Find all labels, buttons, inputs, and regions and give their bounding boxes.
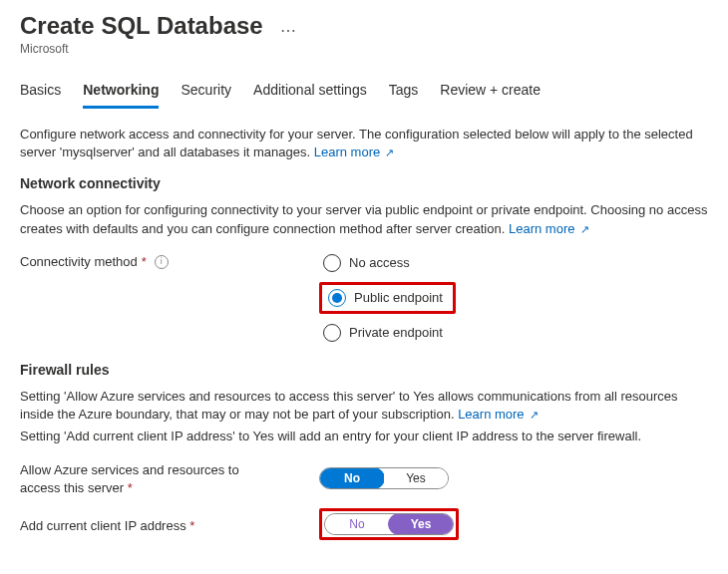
external-link-icon: ↗ bbox=[576, 223, 588, 235]
external-link-icon: ↗ bbox=[527, 409, 539, 421]
radio-circle-icon bbox=[323, 254, 341, 272]
radio-circle-icon bbox=[323, 324, 341, 342]
tab-networking[interactable]: Networking bbox=[83, 78, 159, 109]
highlight-add-ip: No Yes bbox=[319, 508, 459, 540]
page-subtitle: Microsoft bbox=[20, 42, 708, 56]
toggle-yes[interactable]: Yes bbox=[384, 468, 448, 488]
toggle-yes[interactable]: Yes bbox=[388, 513, 454, 535]
radio-label: Private endpoint bbox=[349, 325, 443, 340]
allow-azure-label: Allow Azure services and resources to ac… bbox=[20, 459, 269, 496]
add-ip-toggle[interactable]: No Yes bbox=[324, 513, 454, 535]
connectivity-desc-text: Choose an option for configuring connect… bbox=[20, 202, 707, 235]
radio-no-access[interactable]: No access bbox=[319, 252, 456, 274]
tab-review-create[interactable]: Review + create bbox=[440, 78, 541, 109]
tab-bar: Basics Networking Security Additional se… bbox=[20, 78, 708, 110]
overflow-menu-icon[interactable]: ⋯ bbox=[280, 22, 296, 39]
add-ip-label: Add current client IP address * bbox=[20, 515, 269, 535]
radio-label: Public endpoint bbox=[354, 290, 443, 305]
radio-circle-icon bbox=[328, 289, 346, 307]
required-indicator: * bbox=[189, 518, 194, 533]
required-indicator: * bbox=[128, 480, 133, 495]
learn-more-link-firewall[interactable]: Learn more ↗ bbox=[458, 407, 539, 422]
radio-dot-icon bbox=[332, 293, 342, 303]
firewall-desc2: Setting 'Add current client IP address' … bbox=[20, 428, 708, 445]
required-indicator: * bbox=[142, 254, 147, 271]
external-link-icon: ↗ bbox=[382, 146, 394, 158]
tab-security[interactable]: Security bbox=[181, 78, 231, 109]
allow-azure-toggle[interactable]: No Yes bbox=[319, 467, 449, 489]
connectivity-method-label: Connectivity method * i bbox=[20, 252, 269, 271]
radio-private-endpoint[interactable]: Private endpoint bbox=[319, 322, 456, 344]
firewall-desc1-text: Setting 'Allow Azure services and resour… bbox=[20, 389, 678, 422]
connectivity-method-radios: No access Public endpoint Private endpoi… bbox=[269, 252, 456, 344]
learn-more-link-intro[interactable]: Learn more ↗ bbox=[314, 144, 395, 159]
tab-basics[interactable]: Basics bbox=[20, 78, 61, 109]
radio-public-endpoint[interactable]: Public endpoint bbox=[324, 287, 447, 309]
radio-label: No access bbox=[349, 255, 410, 270]
firewall-desc1: Setting 'Allow Azure services and resour… bbox=[20, 388, 708, 424]
tab-tags[interactable]: Tags bbox=[389, 78, 419, 109]
section-heading-connectivity: Network connectivity bbox=[20, 175, 708, 191]
section-heading-firewall: Firewall rules bbox=[20, 362, 708, 378]
highlight-public-endpoint: Public endpoint bbox=[319, 282, 456, 314]
info-icon[interactable]: i bbox=[155, 255, 169, 269]
learn-more-link-connectivity[interactable]: Learn more ↗ bbox=[509, 221, 589, 236]
tab-additional-settings[interactable]: Additional settings bbox=[253, 78, 367, 109]
networking-intro: Configure network access and connectivit… bbox=[20, 126, 708, 161]
page-title: Create SQL Database bbox=[20, 12, 263, 40]
toggle-no[interactable]: No bbox=[325, 514, 389, 534]
toggle-no[interactable]: No bbox=[319, 467, 385, 489]
connectivity-desc: Choose an option for configuring connect… bbox=[20, 201, 708, 237]
